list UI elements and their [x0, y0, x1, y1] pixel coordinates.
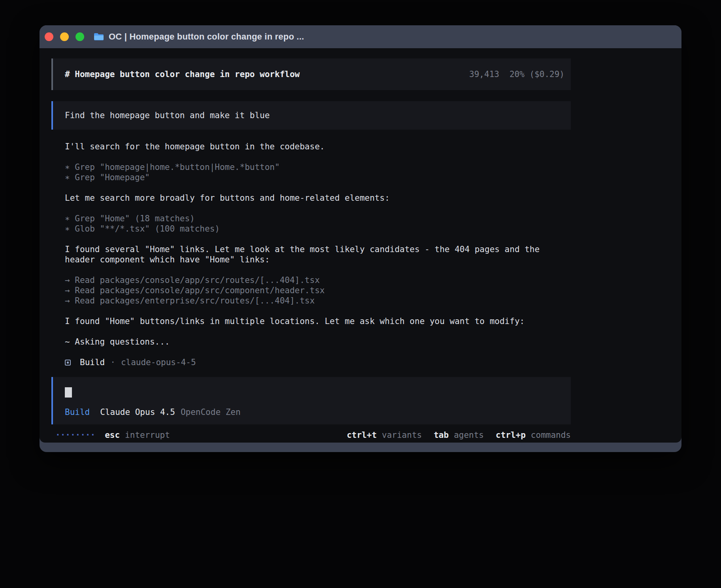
shortcut-hints: ctrl+t variants tab agents ctrl+p comman…: [347, 430, 571, 440]
tool-call-grep: ∗ Grep "homepage|home.*button|Home.*butt…: [65, 162, 571, 172]
tool-call-glob: ∗ Glob "**/*.tsx" (100 matches): [65, 224, 571, 234]
agent-mode-label[interactable]: Build: [65, 407, 90, 417]
tab-key: tab: [434, 430, 449, 440]
user-message-text: Find the homepage button and make it blu…: [65, 110, 270, 121]
model-name[interactable]: Claude Opus 4.5: [100, 407, 175, 417]
window-titlebar[interactable]: OC | Homepage button color change in rep…: [40, 25, 681, 48]
traffic-lights: [45, 32, 84, 41]
variants-label: variants: [382, 430, 422, 440]
assistant-message: I found several "Home" links. Let me loo…: [51, 244, 571, 265]
status-asking-questions: ~ Asking questions...: [51, 337, 571, 347]
assistant-message: I'll search for the homepage button in t…: [51, 141, 571, 152]
tool-call-group: → Read packages/console/app/src/routes/[…: [51, 275, 571, 306]
session-title: # Homepage button color change in repo w…: [65, 69, 300, 79]
user-message: Find the homepage button and make it blu…: [51, 101, 571, 130]
agent-separator: ·: [110, 357, 115, 368]
window-title: OC | Homepage button color change in rep…: [109, 32, 304, 42]
hint-variants: ctrl+t variants: [347, 430, 422, 440]
agent-icon: [65, 360, 71, 366]
agent-model: claude-opus-4-5: [121, 357, 196, 368]
commands-label: commands: [531, 430, 571, 440]
tool-call-grep: ∗ Grep "Home" (18 matches): [65, 213, 571, 224]
token-count: 39,413: [469, 69, 499, 79]
tool-call-grep: ∗ Grep "Homepage": [65, 172, 571, 183]
agents-label: agents: [454, 430, 484, 440]
folder-icon: [94, 32, 104, 41]
tool-call-read: → Read packages/enterprise/src/routes/[.…: [65, 296, 571, 306]
terminal-content: # Homepage button color change in repo w…: [40, 48, 681, 443]
close-window-button[interactable]: [45, 32, 53, 41]
esc-key: esc: [105, 430, 120, 440]
tool-call-read: → Read packages/console/app/src/routes/[…: [65, 275, 571, 285]
spinner-dots: ········: [55, 430, 95, 440]
context-usage: 20% ($0.29): [510, 69, 564, 79]
tool-call-group: ∗ Grep "homepage|home.*button|Home.*butt…: [51, 162, 571, 183]
session-meta: 39,413 20% ($0.29): [469, 69, 564, 79]
tool-call-read: → Read packages/console/app/src/componen…: [65, 285, 571, 296]
terminal-window: OC | Homepage button color change in rep…: [40, 25, 681, 452]
ctrl-p-key: ctrl+p: [496, 430, 526, 440]
assistant-message: Let me search more broadly for buttons a…: [51, 193, 571, 203]
text-cursor: [65, 387, 72, 398]
status-bar: ········ esc interrupt ctrl+t variants t…: [51, 430, 571, 440]
tool-call-group: ∗ Grep "Home" (18 matches) ∗ Glob "**/*.…: [51, 213, 571, 234]
hint-commands: ctrl+p commands: [496, 430, 571, 440]
ctrl-t-key: ctrl+t: [347, 430, 377, 440]
model-status-line: Build Claude Opus 4.5 OpenCode Zen: [65, 407, 559, 417]
hint-agents: tab agents: [434, 430, 484, 440]
provider-name: OpenCode Zen: [181, 407, 241, 417]
agent-status-line: Build · claude-opus-4-5: [51, 357, 571, 368]
minimize-window-button[interactable]: [60, 32, 69, 41]
assistant-message: I found "Home" buttons/links in multiple…: [51, 316, 571, 326]
agent-name: Build: [80, 357, 105, 368]
prompt-input[interactable]: Build Claude Opus 4.5 OpenCode Zen: [51, 377, 571, 424]
esc-label: interrupt: [125, 430, 170, 440]
hint-interrupt: esc interrupt: [105, 430, 170, 440]
session-header: # Homepage button color change in repo w…: [51, 58, 571, 90]
zoom-window-button[interactable]: [75, 32, 84, 41]
